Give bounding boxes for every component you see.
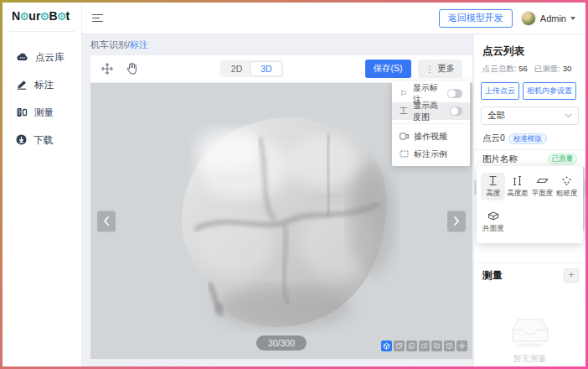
empty-measurements-state: 暂无测量 <box>474 313 585 365</box>
tool-label: 高度 <box>486 189 500 199</box>
move-tool-icon[interactable] <box>101 62 114 75</box>
back-to-model-dev-button[interactable]: 返回模型开发 <box>439 9 513 28</box>
filter-select[interactable]: 全部 <box>481 107 579 125</box>
sidebar-item-annotate[interactable]: 标注 <box>3 71 81 99</box>
pointcloud-panel: 点云列表 点云总数: 56 已测量: 30 上传点云 相机内参设置 全部 点云0… <box>473 34 585 366</box>
chevron-down-icon <box>570 17 575 20</box>
divider <box>474 149 585 150</box>
empty-box-icon <box>506 313 554 348</box>
tool-label: 粗糙度 <box>556 189 578 199</box>
mode-3d-button[interactable]: 3D <box>251 62 281 75</box>
3d-model-tooth <box>137 89 414 342</box>
camera-params-button[interactable]: 相机内参设置 <box>523 82 576 100</box>
menu-item-operation-video[interactable]: 操作视频 <box>392 127 470 145</box>
sidebar-item-download[interactable]: 下载 <box>3 127 81 154</box>
measured-value: 30 <box>563 64 572 73</box>
view-top-button[interactable] <box>444 340 455 351</box>
measure-section-header: 测量 + <box>474 262 585 283</box>
chevron-down-icon <box>565 113 572 118</box>
ruler-icon <box>16 107 28 119</box>
filter-value: 全部 <box>487 110 505 122</box>
prev-arrow-button[interactable] <box>97 210 116 231</box>
measured-label: 已测量: <box>534 64 560 73</box>
save-button[interactable]: 保存(S) <box>365 60 411 78</box>
menu-item-label: 显示高度图 <box>413 100 445 123</box>
locate-crosshair-button[interactable] <box>456 340 467 351</box>
sidebar-item-pointcloud-library[interactable]: 点云库 <box>3 44 81 71</box>
add-measure-button[interactable]: + <box>564 268 579 283</box>
more-button[interactable]: ⋮ 更多 <box>418 60 463 78</box>
pointcloud-group-row[interactable]: 点云0 校准模版 <box>474 133 585 149</box>
view-right-button[interactable] <box>431 340 442 351</box>
user-name: Admin <box>540 13 566 23</box>
sidebar-item-label: 点云库 <box>35 51 64 64</box>
viewer-card: 2D 3D 保存(S) ⋮ 更多 <box>90 55 472 359</box>
group-name: 点云0 <box>482 133 505 144</box>
sidebar-item-label: 测量 <box>34 107 54 119</box>
more-vertical-icon: ⋮ <box>426 64 435 74</box>
pan-hand-icon[interactable] <box>126 62 138 75</box>
menu-item-label: 操作视频 <box>414 131 447 143</box>
view-iso-button[interactable] <box>381 340 392 351</box>
collapse-menu-icon[interactable] <box>92 14 103 23</box>
mode-2d-button[interactable]: 2D <box>222 62 251 75</box>
breadcrumb-section: 机车识别 <box>90 39 127 49</box>
avatar <box>521 11 536 26</box>
more-label: 更多 <box>437 63 455 75</box>
menu-item-label: 标注示例 <box>414 148 447 160</box>
sidebar-item-measure[interactable]: 测量 <box>3 99 81 127</box>
next-arrow-button[interactable] <box>447 210 466 231</box>
app-logo: N⚙ur⚙B⚙t <box>3 3 81 29</box>
calibration-template-badge: 校准模版 <box>508 133 547 144</box>
viewer-toolbar: 2D 3D 保存(S) ⋮ 更多 <box>90 55 472 83</box>
show-heightmap-toggle[interactable] <box>450 107 462 116</box>
view-front-button[interactable] <box>394 340 405 351</box>
show-annotation-toggle[interactable] <box>447 89 462 98</box>
main-column: 返回模型开发 Admin 机车识别/标注 2D <box>82 3 585 366</box>
upload-pointcloud-button[interactable]: 上传点云 <box>481 82 519 100</box>
height-diff-icon <box>512 175 523 186</box>
tool-label: 共面度 <box>482 224 504 234</box>
video-icon <box>400 133 409 140</box>
neurobot-app: N⚙ur⚙B⚙t 点云库 标注 测量 下载 返回模型开发 Admin <box>3 3 585 366</box>
menu-item-annotation-example[interactable]: 标注示例 <box>392 145 470 163</box>
pen-icon <box>16 80 28 91</box>
sidebar-item-label: 下载 <box>34 134 53 147</box>
flatness-icon <box>536 175 549 186</box>
tool-height-diff[interactable]: 高度差 <box>505 173 529 200</box>
tool-flatness[interactable]: 平面度 <box>530 173 554 200</box>
download-icon <box>16 134 27 147</box>
logo-text: t <box>66 9 70 23</box>
measured-badge: 已测量 <box>548 153 578 164</box>
view-orientation-buttons <box>381 340 467 351</box>
divider <box>9 31 75 32</box>
panel-title: 点云列表 <box>482 44 577 59</box>
panel-stats: 点云总数: 56 已测量: 30 <box>482 64 577 75</box>
measure-tools-popup: 高度 高度差 平面度 粗糙度 <box>477 166 583 243</box>
pagination-indicator: 30/300 <box>256 335 307 351</box>
view-left-button[interactable] <box>419 340 430 351</box>
total-value: 56 <box>518 64 528 73</box>
sidebar-item-label: 标注 <box>34 79 54 91</box>
coplanarity-icon <box>487 210 499 221</box>
dashed-rect-icon <box>400 150 409 158</box>
view-back-button[interactable] <box>406 340 417 351</box>
total-label: 点云总数: <box>482 64 517 73</box>
tool-label: 高度差 <box>507 189 529 199</box>
measure-title: 测量 <box>482 268 503 283</box>
logo-text: ur <box>28 9 40 23</box>
user-menu[interactable]: Admin <box>521 11 575 26</box>
roughness-icon <box>561 175 572 186</box>
tool-coplanarity[interactable]: 共面度 <box>481 208 505 236</box>
more-dropdown-menu: ⚐ 显示标注 工 显示高度图 操作视频 <box>392 81 470 166</box>
sidebar: N⚙ur⚙B⚙t 点云库 标注 测量 下载 <box>3 3 82 366</box>
cloud-icon <box>16 52 28 63</box>
breadcrumb-current: 标注 <box>130 39 148 49</box>
top-bar: 返回模型开发 Admin <box>82 3 585 34</box>
tool-height[interactable]: 高度 <box>481 173 505 200</box>
tool-roughness[interactable]: 粗糙度 <box>554 173 579 200</box>
menu-item-show-heightmap[interactable]: 工 显示高度图 <box>392 102 470 120</box>
image-list-item[interactable]: 图片名称 已测量 <box>474 152 585 166</box>
empty-text: 暂无测量 <box>474 353 585 365</box>
viewer-column: 机车识别/标注 2D 3D 保存(S) ⋮ <box>82 34 473 366</box>
